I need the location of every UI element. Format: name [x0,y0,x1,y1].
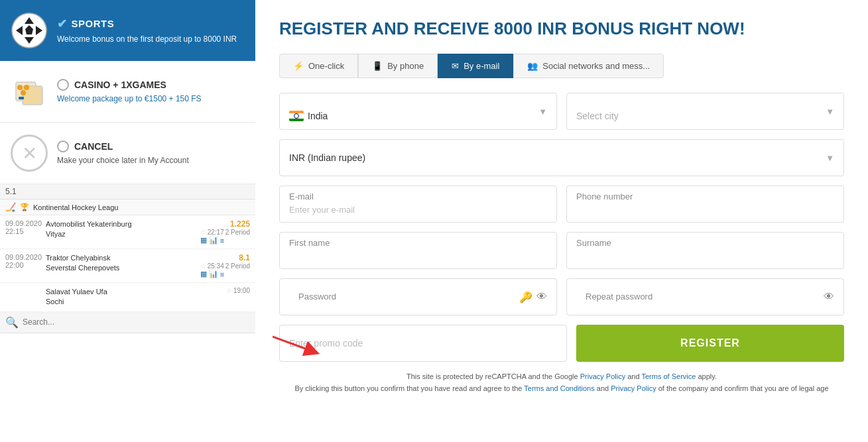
check-icon: ✔ [57,17,68,31]
privacy-policy-link-2[interactable]: Privacy Policy [611,384,656,392]
search-input[interactable] [23,317,250,327]
cancel-circle-icon: ✕ [11,135,48,172]
score-chart-icon[interactable]: ▦ [200,236,207,245]
phone-label: Phone number [576,192,633,201]
match-score-1: 1.225 ☆ 22:17 2 Period ▦ 📊 ≡ [200,219,250,245]
svg-line-14 [273,337,312,351]
sidebar-sports-option[interactable]: ✔ SPORTS Welcome bonus on the first depo… [0,0,255,61]
country-dropdown[interactable]: India ▼ [279,93,557,130]
match-date-2: 09.09.2020 22:00 [5,253,42,269]
search-icon: 🔍 [5,316,19,329]
name-row: First name Surname [279,232,844,269]
star-icon-3[interactable]: ☆ [226,287,232,294]
email-input[interactable] [289,193,547,215]
email-icon: ✉ [452,61,459,71]
cancel-content: CANCEL Make your choice later in My Acco… [57,140,245,166]
password-row: Password 🔑 👁 Repeat password 👁 [279,278,844,315]
svg-point-10 [24,85,29,90]
repeat-password-field[interactable]: Repeat password 👁 [566,278,844,315]
repeat-password-label: Repeat password [586,292,652,302]
promo-input[interactable] [289,338,557,349]
sidebar-casino-option[interactable]: CASINO + 1XGAMES Welcome package up to €… [0,61,255,123]
key-icon[interactable]: 🔑 [519,291,532,304]
eye-icon[interactable]: 👁 [536,291,547,303]
register-title: REGISTER AND RECEIVE 8000 INR BONUS RIGH… [279,19,844,39]
scores-section: 5.1 🏒 🏆 Kontinental Hockey Leagu 09.09.2… [0,184,255,442]
cancel-title: CANCEL [74,141,113,152]
tab-by-phone[interactable]: 📱 By phone [358,54,438,78]
main-register-area: REGISTER AND RECEIVE 8000 INR BONUS RIGH… [255,0,868,442]
register-button[interactable]: REGISTER [576,325,844,362]
currency-dropdown[interactable]: INR (Indian rupee) ▼ [279,139,844,176]
surname-field[interactable]: Surname [566,232,844,269]
terms-of-service-link[interactable]: Terms of Service [641,372,696,380]
score-bar-icon[interactable]: 📊 [209,236,218,245]
score-icons-1: ▦ 📊 ≡ [200,236,250,245]
casino-icon-box [11,73,48,110]
tab-by-email[interactable]: ✉ By e-mail [438,54,513,78]
india-flag-icon [289,111,304,121]
tab-one-click[interactable]: ⚡ One-click [279,54,358,78]
svg-point-9 [17,85,23,90]
country-city-row: India ▼ Select city ▼ [279,93,844,130]
match-teams-3: Salavat Yulaev Ufa Sochi [46,287,222,307]
league-label-1: Kontinental Hockey Leagu [33,203,118,211]
country-chevron-icon: ▼ [538,107,547,117]
sports-subtitle: Welcome bonus on the first deposit up to… [57,34,237,45]
sidebar-cancel-option[interactable]: ✕ CANCEL Make your choice later in My Ac… [0,123,255,184]
sidebar: ✔ SPORTS Welcome bonus on the first depo… [0,0,255,442]
hockey-puck-icon: 🏒 [5,202,16,212]
phone-field[interactable]: Phone number [566,186,844,223]
score-bar-icon-2[interactable]: 📊 [209,270,218,278]
password-label: Password [298,292,336,302]
match-teams-1: Avtomobilist Yekaterinburg Vityaz [46,219,196,240]
password-icons: 🔑 👁 [519,291,547,304]
register-tabs: ⚡ One-click 📱 By phone ✉ By e-mail 👥 Soc… [279,54,844,78]
league-name-1: 🏆 [20,203,29,211]
league-row-1: 🏒 🏆 Kontinental Hockey Leagu [0,199,255,215]
score-icons-2: ▦ 📊 ≡ [200,270,250,278]
sports-title: SPORTS [72,18,115,29]
cancel-icon-box: ✕ [11,135,48,172]
match-score-3: ☆ 19:00 [226,287,250,294]
currency-value: INR (Indian rupee) [289,152,365,163]
match-teams-2: Traktor Chelyabinsk Severstal Cherepovet… [46,253,196,274]
terms-conditions-link[interactable]: Terms and Conditions [524,384,594,392]
surname-label: Surname [576,238,611,248]
casino-subtitle: Welcome package up to €1500 + 150 FS [57,93,245,105]
firstname-field[interactable]: First name [279,232,557,269]
score-list-icon[interactable]: ≡ [220,237,224,245]
currency-chevron-icon: ▼ [826,153,834,163]
firstname-label: First name [289,238,330,248]
score-header-num: 5.1 [5,187,17,196]
repeat-eye-icon[interactable]: 👁 [824,291,834,303]
tab-social[interactable]: 👥 Social networks and mess... [513,54,664,78]
match-row-3[interactable]: -- Salavat Yulaev Ufa Sochi ☆ 19:00 [0,283,255,312]
match-score-2: 8.1 ☆ 25:34 2 Period ▦ 📊 ≡ [200,253,250,278]
promo-register-row: REGISTER [279,325,844,362]
city-dropdown[interactable]: Select city ▼ [566,93,844,130]
search-bar[interactable]: 🔍 [0,312,255,333]
score-chart-icon-2[interactable]: ▦ [200,270,207,278]
soccer-ball-icon [11,12,48,49]
city-value: Select city [576,101,619,121]
match-row-2[interactable]: 09.09.2020 22:00 Traktor Chelyabinsk Sev… [0,249,255,283]
country-value: India [289,101,328,121]
score-list-icon-2[interactable]: ≡ [220,270,224,278]
email-field[interactable]: E-mail [279,186,557,223]
match-row-1[interactable]: 09.09.2020 22:15 Avtomobilist Yekaterinb… [0,215,255,249]
star-icon-1[interactable]: ☆ [200,229,206,236]
match-date-3: -- [5,287,42,295]
svg-point-11 [21,90,26,95]
match-date-1: 09.09.2020 22:15 [5,219,42,235]
cancel-subtitle: Make your choice later in My Account [57,155,245,166]
social-icon: 👥 [527,61,538,71]
surname-input[interactable] [576,240,834,261]
city-chevron-icon: ▼ [826,107,834,117]
privacy-policy-link[interactable]: Privacy Policy [580,372,625,380]
promo-arrow-indicator [273,330,326,357]
password-field[interactable]: Password 🔑 👁 [279,278,557,315]
lightning-icon: ⚡ [293,61,304,71]
phone-icon: 📱 [372,61,383,71]
star-icon-2[interactable]: ☆ [200,262,206,270]
